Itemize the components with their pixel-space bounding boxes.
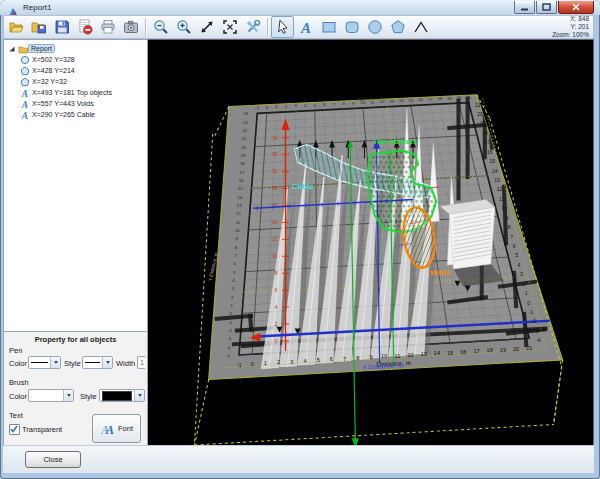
chevron-down-icon	[138, 394, 142, 397]
check-icon	[10, 425, 18, 433]
svg-text:5: 5	[515, 253, 518, 258]
svg-text:6: 6	[330, 357, 333, 363]
svg-text:10: 10	[381, 354, 387, 360]
brush-style-combo[interactable]	[99, 389, 145, 402]
svg-text:18: 18	[482, 131, 488, 136]
tree-root-item[interactable]: Report	[4, 43, 147, 54]
pen-style-label: Style	[64, 359, 81, 368]
toolbar-zoom-in-button[interactable]	[172, 16, 195, 38]
svg-text:A: A	[21, 99, 28, 108]
toolbar-zoom-out-button[interactable]	[149, 16, 172, 38]
save-as-icon	[31, 19, 47, 35]
tree-item[interactable]: X=502 Y=328	[4, 54, 147, 65]
svg-text:13: 13	[237, 203, 242, 208]
svg-text:11: 11	[499, 197, 504, 202]
toolbar-fit-to-window-button[interactable]	[218, 16, 241, 38]
save-icon	[54, 19, 70, 35]
svg-text:4: 4	[518, 263, 521, 268]
voids-label[interactable]: Voids	[429, 268, 451, 277]
chevron-down-icon	[67, 394, 71, 397]
svg-text:4: 4	[303, 358, 306, 364]
toolbar-delete-button[interactable]	[73, 16, 96, 38]
svg-text:10: 10	[235, 228, 240, 233]
pen-color-label: Color	[9, 359, 27, 368]
3d-viewport[interactable]: 242220181614121086420CableTop objectsVoi…	[148, 39, 594, 446]
svg-text:-4: -4	[536, 338, 541, 343]
toolbar-snapshot-button[interactable]	[119, 16, 142, 38]
3d-scene: 242220181614121086420CableTop objectsVoi…	[148, 40, 593, 445]
close-window-button[interactable]	[558, 1, 594, 14]
svg-text:A: A	[21, 110, 28, 119]
tree-item[interactable]: AX=493 Y=181 Top objects	[4, 87, 147, 98]
svg-text:0: 0	[251, 361, 254, 367]
fit-to-window-icon	[222, 19, 238, 35]
svg-text:17: 17	[473, 348, 479, 354]
open-folder-icon	[8, 19, 24, 35]
pen-width-combo[interactable]: 1	[137, 356, 146, 369]
font-button-label: Font	[118, 424, 133, 433]
svg-text:9: 9	[369, 354, 372, 360]
top-objects-label[interactable]: Top objects	[373, 137, 418, 146]
svg-text:11: 11	[236, 220, 241, 225]
font-button[interactable]: A A Font	[92, 414, 141, 443]
ellipse-icon	[20, 55, 30, 65]
toolbar-rounded-rect-tool-button[interactable]	[340, 16, 363, 38]
status-zoom: Zoom: 100%	[552, 31, 589, 39]
tree-item[interactable]: AX=557 Y=443 Voids	[4, 98, 147, 109]
toolbar-text-tool-button[interactable]: A	[294, 16, 317, 38]
toolbar-resize-arrow-button[interactable]	[195, 16, 218, 38]
svg-text:22: 22	[272, 153, 278, 158]
app-icon	[8, 3, 18, 13]
toolbar-rectangle-tool-button[interactable]	[317, 16, 340, 38]
brush-color-combo[interactable]	[28, 389, 74, 402]
minimize-button[interactable]	[514, 1, 535, 14]
svg-text:14: 14	[272, 220, 278, 225]
transparent-checkbox[interactable]	[9, 424, 20, 435]
svg-text:18: 18	[272, 186, 278, 191]
rounded-rect-tool-icon	[344, 19, 360, 35]
svg-text:21: 21	[526, 345, 532, 351]
svg-text:4: 4	[275, 305, 278, 310]
tree-item[interactable]: AX=290 Y=265 Cable	[4, 109, 147, 120]
property-panel-title: Property for all objects	[4, 332, 147, 344]
toolbar-pointer-button[interactable]	[271, 16, 294, 38]
toolbar-polyline-tool-button[interactable]	[409, 16, 432, 38]
maximize-button[interactable]	[536, 1, 557, 14]
close-icon	[572, 3, 580, 11]
svg-text:A: A	[299, 20, 310, 36]
toolbar-print-button[interactable]	[96, 16, 119, 38]
folder-icon	[18, 44, 28, 54]
svg-text:14: 14	[237, 195, 242, 200]
maximize-icon	[542, 3, 551, 11]
chevron-down-icon	[54, 361, 58, 364]
toolbar-tools-button[interactable]	[241, 16, 264, 38]
svg-text:18: 18	[437, 96, 442, 101]
text-tool-icon: A	[298, 19, 314, 35]
tree-item-label: X=557 Y=443 Voids	[30, 100, 96, 107]
titlebar[interactable]: Report1	[0, 0, 600, 15]
print-icon	[100, 19, 116, 35]
svg-text:15: 15	[238, 186, 243, 191]
toolbar-save-as-button[interactable]	[27, 16, 50, 38]
toolbar-pentagon-tool-button[interactable]	[386, 16, 409, 38]
svg-text:11: 11	[394, 353, 400, 359]
pen-color-combo[interactable]	[28, 356, 61, 369]
svg-text:12: 12	[272, 237, 278, 242]
svg-text:20: 20	[513, 346, 519, 352]
close-button[interactable]: Close	[25, 451, 81, 468]
tree-item[interactable]: X=428 Y=214	[4, 65, 147, 76]
svg-text:21: 21	[242, 136, 247, 141]
svg-text:7: 7	[510, 235, 513, 240]
svg-text:22: 22	[242, 128, 247, 133]
toolbar-open-folder-button[interactable]	[4, 16, 27, 38]
font-icon: A A	[100, 422, 116, 436]
toolbar-ellipse-tool-button[interactable]	[363, 16, 386, 38]
expander-icon	[8, 45, 16, 53]
toolbar-save-button[interactable]	[50, 16, 73, 38]
tree-item[interactable]: X=32 Y=32	[4, 76, 147, 87]
svg-text:8: 8	[356, 355, 359, 361]
svg-text:-2: -2	[531, 319, 536, 324]
cable-label[interactable]: Cable	[292, 182, 315, 191]
svg-text:-1: -1	[529, 310, 534, 315]
pen-style-combo[interactable]	[82, 356, 113, 369]
